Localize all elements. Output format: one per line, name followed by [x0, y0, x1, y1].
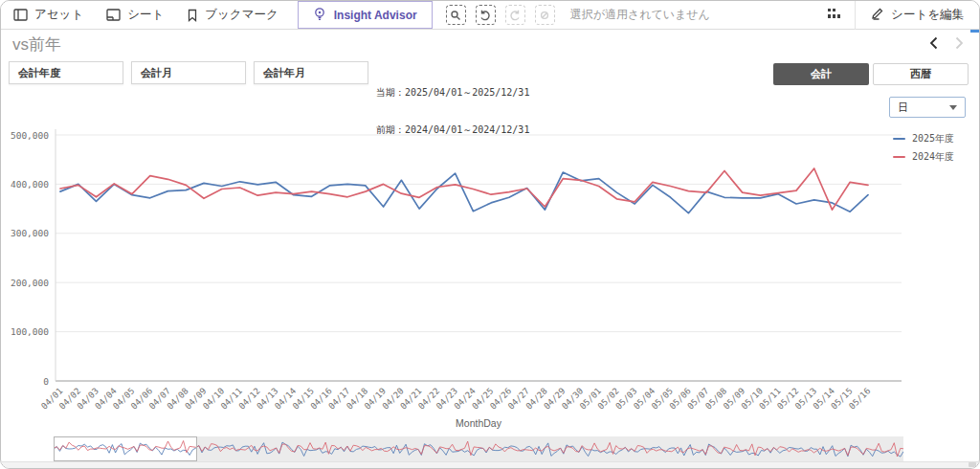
lightbulb-icon [313, 7, 326, 24]
svg-text:400,000: 400,000 [11, 179, 49, 190]
calendar-toggle-fiscal[interactable]: 会計 [773, 63, 869, 85]
caret-down-icon [949, 105, 957, 110]
svg-text:200,000: 200,000 [11, 278, 49, 288]
app-window: アセット シート ブックマーク Insight Advisor [0, 0, 980, 469]
legend-swatch-2025 [893, 138, 905, 140]
bookmark-label: ブックマーク [205, 7, 278, 23]
step-back-selection-icon[interactable] [476, 5, 496, 25]
granularity-value: 日 [898, 100, 908, 115]
bookmark-icon [187, 9, 198, 22]
svg-text:0: 0 [43, 376, 49, 387]
page-title: vs前年 [12, 34, 61, 56]
pencil-icon [871, 7, 884, 23]
filter-fiscal-yearmonth[interactable]: 会計年月 [254, 61, 368, 84]
calendar-toggle-western[interactable]: 西暦 [873, 63, 969, 85]
grid-icon [826, 7, 841, 24]
legend-label-2025: 2025年度 [912, 132, 954, 145]
svg-text:300,000: 300,000 [11, 228, 49, 238]
edit-sheet-button[interactable]: シートを編集 [856, 7, 979, 23]
svg-text:500,000: 500,000 [11, 130, 49, 141]
sheet-overview-button[interactable] [813, 1, 855, 29]
bookmark-button[interactable]: ブックマーク [175, 1, 289, 29]
svg-text:100,000: 100,000 [11, 326, 49, 337]
horizontal-scrollbar[interactable] [1, 461, 979, 468]
line-chart[interactable]: 0100,000200,000300,000400,000500,00004/0… [9, 123, 973, 432]
insight-advisor-label: Insight Advisor [334, 9, 417, 22]
legend-item-2024[interactable]: 2024年度 [893, 150, 954, 164]
filter-fiscal-month[interactable]: 会計月 [131, 61, 246, 84]
legend-swatch-2024 [893, 156, 905, 158]
edit-sheet-label: シートを編集 [891, 7, 964, 23]
assets-button[interactable]: アセット [1, 1, 95, 29]
legend-label-2024: 2024年度 [912, 150, 954, 164]
selection-tools [433, 1, 568, 29]
scrollbar-nub [969, 462, 976, 467]
toolbar: アセット シート ブックマーク Insight Advisor [1, 1, 979, 30]
legend-item-2025[interactable]: 2025年度 [893, 132, 954, 145]
sheet-icon [106, 9, 121, 21]
insight-advisor-button[interactable]: Insight Advisor [298, 1, 433, 29]
chevron-left-icon[interactable] [929, 36, 938, 50]
svg-text:MonthDay: MonthDay [456, 417, 502, 429]
sheet-navigation [929, 36, 964, 50]
scroll-indicator [970, 30, 979, 33]
assets-label: アセット [34, 7, 83, 23]
sheet-button[interactable]: シート [95, 1, 175, 29]
chevron-right-icon[interactable] [955, 36, 964, 50]
sheet-label: シート [127, 7, 164, 23]
clear-selections-icon[interactable] [535, 5, 555, 25]
search-selections-icon[interactable] [446, 5, 466, 25]
period-current: 当期：2025/04/01～2025/12/31 [376, 86, 529, 99]
chart-legend: 2025年度 2024年度 [893, 132, 954, 164]
step-forward-selection-icon[interactable] [505, 5, 525, 25]
range-navigator[interactable] [54, 436, 903, 461]
granularity-dropdown[interactable]: 日 [889, 97, 966, 118]
selection-status: 選択が適用されていません [568, 1, 710, 29]
panel-icon [13, 9, 28, 21]
filter-fiscal-year[interactable]: 会計年度 [9, 61, 123, 84]
